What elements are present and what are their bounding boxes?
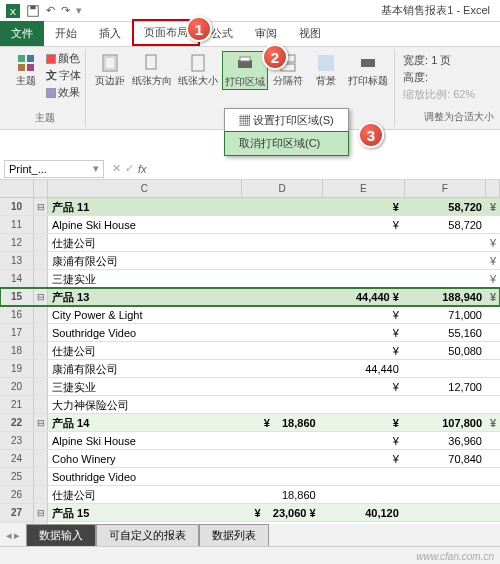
table-row[interactable]: 23Alpine Ski House¥36,960 [0,432,500,450]
select-all-corner[interactable] [0,180,34,197]
row-number[interactable]: 14 [0,270,34,287]
row-number[interactable]: 22 [0,414,34,431]
table-row[interactable]: 27⊟产品 15¥ 23,060 ¥40,120 [0,504,500,522]
cell[interactable] [486,432,500,449]
cell[interactable]: 三捷实业 [48,270,236,287]
background-button[interactable]: 背景 [308,51,344,88]
cell[interactable] [486,324,500,341]
tab-home[interactable]: 开始 [44,21,88,46]
outline-toggle[interactable]: ⊟ [34,414,48,431]
redo-icon[interactable]: ↷ [61,4,70,17]
cell[interactable]: 50,080 [403,342,486,359]
cell[interactable] [486,360,500,377]
cell[interactable]: ¥ [320,342,403,359]
colors-button[interactable]: 颜色 [46,51,81,66]
cell[interactable] [236,396,319,413]
first-sheet-icon[interactable]: ◂ [6,529,12,542]
cell[interactable]: ¥ [320,414,403,431]
row-number[interactable]: 13 [0,252,34,269]
outline-toggle[interactable] [34,270,48,287]
row-number[interactable]: 10 [0,198,34,215]
outline-toggle[interactable] [34,486,48,503]
cell[interactable]: 40,120 [320,504,403,521]
fonts-button[interactable]: 文字体 [46,68,81,83]
orientation-button[interactable]: 纸张方向 [130,51,174,88]
cell[interactable]: 仕捷公司 [48,234,236,251]
cancel-icon[interactable]: ✕ [112,162,121,175]
row-number[interactable]: 25 [0,468,34,485]
height-row[interactable]: 高度: [403,70,475,85]
row-number[interactable]: 16 [0,306,34,323]
row-number[interactable]: 21 [0,396,34,413]
cell[interactable]: 产品 14 [48,414,236,431]
table-row[interactable]: 10⊟产品 11¥58,720¥ [0,198,500,216]
cell[interactable]: 188,940 [403,288,486,305]
cell[interactable] [236,198,319,215]
tab-view[interactable]: 视图 [288,21,332,46]
cell[interactable] [320,486,403,503]
table-row[interactable]: 12仕捷公司¥ [0,234,500,252]
cell[interactable] [403,270,486,287]
themes-button[interactable]: 主题 [8,51,44,88]
cell[interactable]: 产品 15 [48,504,236,521]
table-row[interactable]: 20三捷实业¥12,700 [0,378,500,396]
cell[interactable]: ¥ [320,450,403,467]
cell[interactable]: 12,700 [403,378,486,395]
table-row[interactable]: 24Coho Winery¥70,840 [0,450,500,468]
table-row[interactable]: 22⊟产品 14¥ 18,860¥107,800¥ [0,414,500,432]
cell[interactable]: 仕捷公司 [48,486,236,503]
cell[interactable] [236,378,319,395]
col-e[interactable]: E [323,180,404,197]
cell[interactable] [403,504,486,521]
cell[interactable]: ¥ [320,216,403,233]
outline-toggle[interactable] [34,252,48,269]
cell[interactable]: 44,440 [320,360,403,377]
cell[interactable]: 三捷实业 [48,378,236,395]
cell[interactable] [320,234,403,251]
cell[interactable]: 康浦有限公司 [48,360,236,377]
cell[interactable] [320,252,403,269]
undo-icon[interactable]: ↶ [46,4,55,17]
cell[interactable]: Alpine Ski House [48,216,236,233]
row-number[interactable]: 12 [0,234,34,251]
cell[interactable] [236,288,319,305]
cell[interactable]: ¥ [320,324,403,341]
outline-toggle[interactable] [34,324,48,341]
cell[interactable]: 产品 11 [48,198,236,215]
cell[interactable]: 71,000 [403,306,486,323]
cell[interactable] [403,360,486,377]
sheet-tab-2[interactable]: 可自定义的报表 [96,524,199,547]
row-number[interactable]: 24 [0,450,34,467]
cell[interactable] [486,468,500,485]
cell[interactable] [403,234,486,251]
cell[interactable] [403,486,486,503]
cell[interactable] [486,504,500,521]
table-row[interactable]: 25Southridge Video [0,468,500,486]
cell[interactable]: 36,960 [403,432,486,449]
cell[interactable]: City Power & Light [48,306,236,323]
cell[interactable]: 大力神保险公司 [48,396,236,413]
cell[interactable]: 仕捷公司 [48,342,236,359]
cell[interactable] [236,342,319,359]
outline-toggle[interactable] [34,342,48,359]
cell[interactable] [236,234,319,251]
cell[interactable] [320,468,403,485]
set-print-area-item[interactable]: ▦ 设置打印区域(S) [225,109,348,132]
row-number[interactable]: 26 [0,486,34,503]
cell[interactable] [486,216,500,233]
tab-file[interactable]: 文件 [0,21,44,46]
table-row[interactable]: 13康浦有限公司¥ [0,252,500,270]
cell[interactable] [320,396,403,413]
table-row[interactable]: 11Alpine Ski House¥58,720 [0,216,500,234]
table-row[interactable]: 15⊟产品 1344,440 ¥188,940¥ [0,288,500,306]
cell[interactable] [403,468,486,485]
cell[interactable]: ¥ [486,270,500,287]
qat-dropdown-icon[interactable]: ▾ [76,4,82,17]
cell[interactable] [486,486,500,503]
cell[interactable]: 107,800 [403,414,486,431]
cell[interactable]: ¥ [486,234,500,251]
cell[interactable]: 55,160 [403,324,486,341]
outline-toggle[interactable] [34,234,48,251]
outline-toggle[interactable] [34,306,48,323]
cell[interactable]: 康浦有限公司 [48,252,236,269]
